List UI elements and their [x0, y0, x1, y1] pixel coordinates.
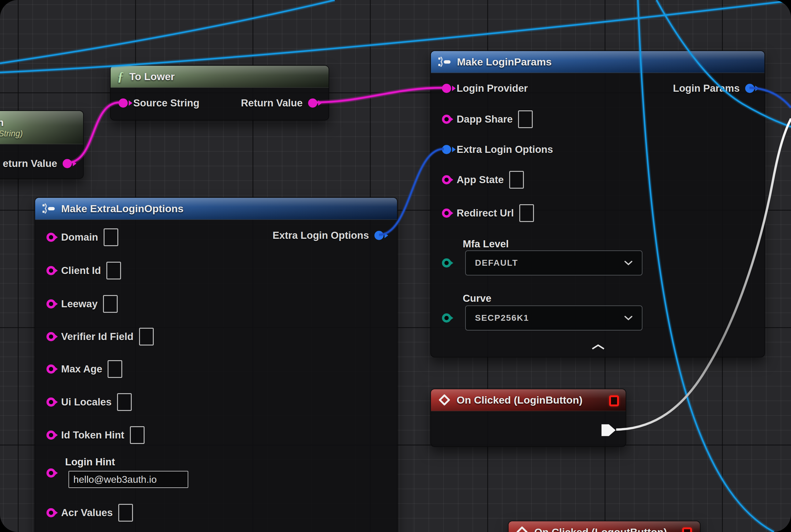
- leeway-pin-label: Leeway: [61, 298, 97, 310]
- collapse-node-button[interactable]: [591, 344, 605, 350]
- ui-locales-value-box[interactable]: [117, 393, 132, 411]
- acr-values-input-pin[interactable]: [46, 508, 56, 517]
- node-get-text-partial[interactable]: tion ox (String) eturn Value: [0, 110, 84, 179]
- return-value-output-pin[interactable]: [63, 159, 72, 168]
- app-state-pin-label: App State: [457, 174, 504, 186]
- id-token-hint-value-box[interactable]: [130, 426, 144, 444]
- node-on-clicked-login-button[interactable]: On Clicked (LoginButton): [430, 388, 626, 447]
- event-diamond-icon: [515, 527, 529, 532]
- node-get-text-header[interactable]: tion ox (String): [0, 111, 83, 144]
- chevron-down-icon: [624, 315, 633, 321]
- exec-output-pin[interactable]: [601, 423, 616, 437]
- domain-input-pin[interactable]: [46, 233, 56, 242]
- extra-login-options-pin-label: Extra Login Options: [457, 144, 553, 155]
- node-to-lower-header[interactable]: ƒ To Lower: [111, 66, 329, 88]
- acr-values-value-box[interactable]: [118, 504, 133, 521]
- login-hint-text-input[interactable]: hello@web3auth.io: [69, 471, 188, 488]
- node-make-extra-login-options[interactable]: Make ExtraLoginOptions Extra Login Optio…: [35, 197, 398, 532]
- login-params-output-pin[interactable]: [745, 84, 754, 93]
- acr-values-pin-label: Acr Values: [61, 507, 113, 518]
- max-age-input-pin[interactable]: [46, 364, 56, 374]
- wire-azure-1[interactable]: [0, 0, 335, 63]
- node-make-login-params-title: Make LoginParams: [457, 56, 552, 68]
- extra-login-options-output-pin[interactable]: [374, 231, 384, 240]
- extra-login-options-input-pin[interactable]: [442, 145, 451, 154]
- chevron-down-icon: [624, 260, 633, 266]
- verifier-id-field-input-pin[interactable]: [46, 332, 56, 341]
- mfa-level-dropdown[interactable]: DEFAULT: [465, 250, 642, 276]
- redirect-url-value-box[interactable]: [519, 204, 534, 222]
- node-get-text-subtitle: ox (String): [0, 129, 23, 138]
- source-string-input-pin[interactable]: [119, 98, 128, 108]
- verifier-id-field-value-box[interactable]: [139, 328, 154, 345]
- login-hint-pin-label: Login Hint: [65, 456, 115, 468]
- return-value-pin-label: eturn Value: [3, 158, 57, 169]
- mfa-level-pin-label: Mfa Level: [463, 238, 508, 250]
- max-age-pin-label: Max Age: [61, 363, 102, 375]
- node-on-clicked-logout-button[interactable]: On Clicked (LogoutButton): [508, 521, 700, 532]
- max-age-value-box[interactable]: [108, 360, 122, 378]
- dapp-share-pin-label: Dapp Share: [457, 113, 513, 125]
- verifier-id-field-pin-label: Verifier Id Field: [61, 331, 134, 342]
- function-icon: ƒ: [117, 70, 124, 83]
- make-struct-icon: [438, 57, 451, 67]
- mfa-level-input-pin[interactable]: [442, 258, 451, 268]
- ui-locales-pin-label: Ui Locales: [61, 396, 112, 408]
- dapp-share-value-box[interactable]: [518, 110, 533, 128]
- node-to-lower[interactable]: ƒ To Lower Source String Return Value: [110, 65, 329, 120]
- login-provider-input-pin[interactable]: [442, 84, 451, 93]
- to-lower-return-value-output-pin[interactable]: [308, 98, 317, 108]
- app-state-value-box[interactable]: [509, 171, 524, 189]
- delegate-output-pin[interactable]: [609, 395, 619, 406]
- login-provider-pin-label: Login Provider: [457, 82, 528, 94]
- ui-locales-input-pin[interactable]: [46, 397, 56, 407]
- domain-pin-label: Domain: [61, 231, 98, 243]
- node-on-clicked-logout-header[interactable]: On Clicked (LogoutButton): [508, 521, 700, 532]
- node-get-text-title: tion: [0, 116, 4, 128]
- curve-dropdown[interactable]: SECP256K1: [465, 305, 642, 330]
- id-token-hint-pin-label: Id Token Hint: [61, 429, 124, 441]
- node-on-clicked-login-title: On Clicked (LoginButton): [457, 394, 582, 406]
- node-to-lower-title: To Lower: [129, 71, 175, 82]
- node-make-extra-login-options-header[interactable]: Make ExtraLoginOptions: [35, 198, 397, 220]
- domain-value-box[interactable]: [103, 228, 118, 246]
- make-struct-icon: [42, 203, 56, 214]
- blueprint-graph-canvas: tion ox (String) eturn Value ƒ To Lower …: [0, 0, 791, 532]
- extra-login-options-output-label: Extra Login Options: [273, 230, 369, 241]
- client-id-value-box[interactable]: [107, 262, 121, 280]
- id-token-hint-input-pin[interactable]: [46, 431, 56, 440]
- curve-pin-label: Curve: [463, 292, 491, 304]
- leeway-value-box[interactable]: [103, 295, 118, 313]
- node-on-clicked-logout-title: On Clicked (LogoutButton): [534, 526, 667, 532]
- node-on-clicked-login-header[interactable]: On Clicked (LoginButton): [431, 389, 626, 411]
- node-make-login-params-header[interactable]: Make LoginParams: [431, 51, 765, 73]
- source-string-pin-label: Source String: [133, 97, 199, 109]
- app-state-input-pin[interactable]: [442, 175, 451, 184]
- login-hint-input-pin[interactable]: [46, 469, 56, 478]
- event-diamond-icon: [438, 394, 451, 405]
- to-lower-return-value-label: Return Value: [241, 97, 303, 109]
- delegate-output-pin[interactable]: [682, 527, 692, 532]
- curve-input-pin[interactable]: [442, 314, 451, 323]
- leeway-input-pin[interactable]: [46, 299, 56, 308]
- node-make-login-params[interactable]: Make LoginParams Login Provider Login Pa…: [430, 51, 765, 357]
- login-params-output-label: Login Params: [673, 82, 740, 94]
- client-id-input-pin[interactable]: [46, 266, 56, 275]
- client-id-pin-label: Client Id: [61, 265, 101, 277]
- redirect-url-input-pin[interactable]: [442, 209, 451, 218]
- dapp-share-input-pin[interactable]: [442, 115, 451, 124]
- redirect-url-pin-label: Redirect Url: [457, 207, 514, 219]
- node-make-extra-login-options-title: Make ExtraLoginOptions: [61, 203, 184, 215]
- wire-to-lower-to-login-provider[interactable]: [312, 88, 443, 102]
